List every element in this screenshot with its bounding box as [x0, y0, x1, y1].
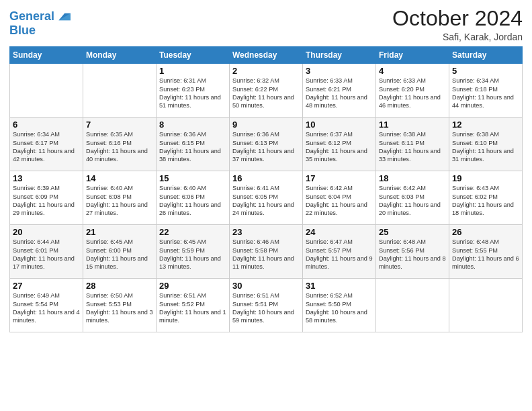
- weekday-header-monday: Monday: [83, 47, 157, 64]
- sunrise-text: Sunrise: 6:51 AM: [232, 291, 300, 300]
- day-number: 2: [232, 66, 300, 76]
- sunset-text: Sunset: 6:09 PM: [13, 193, 80, 201]
- sunrise-text: Sunrise: 6:44 AM: [13, 238, 80, 246]
- daylight-text: Daylight: 11 hours and 9 minutes.: [306, 255, 373, 271]
- calendar-cell: 7Sunrise: 6:35 AMSunset: 6:16 PMDaylight…: [83, 118, 157, 171]
- day-number: 26: [452, 227, 519, 237]
- daylight-text: Daylight: 11 hours and 20 minutes.: [379, 201, 446, 218]
- sunset-text: Sunset: 6:10 PM: [452, 139, 519, 147]
- calendar-cell: [83, 64, 157, 118]
- calendar-cell: 4Sunrise: 6:33 AMSunset: 6:20 PMDaylight…: [376, 64, 449, 118]
- sunset-text: Sunset: 6:16 PM: [86, 139, 153, 147]
- day-number: 6: [13, 120, 80, 130]
- cell-content: Sunrise: 6:46 AMSunset: 5:58 PMDaylight:…: [232, 238, 300, 271]
- day-number: 10: [306, 120, 373, 130]
- daylight-text: Daylight: 11 hours and 48 minutes.: [306, 93, 373, 110]
- sunrise-text: Sunrise: 6:49 AM: [13, 291, 80, 300]
- calendar-cell: 16Sunrise: 6:41 AMSunset: 6:05 PMDayligh…: [230, 171, 303, 225]
- sunrise-text: Sunrise: 6:34 AM: [452, 77, 519, 85]
- daylight-text: Daylight: 10 hours and 58 minutes.: [306, 308, 373, 325]
- sunrise-text: Sunrise: 6:52 AM: [306, 291, 373, 300]
- sunset-text: Sunset: 6:00 PM: [86, 246, 153, 255]
- cell-content: Sunrise: 6:48 AMSunset: 5:55 PMDaylight:…: [452, 238, 519, 271]
- day-number: 30: [232, 281, 300, 291]
- sunset-text: Sunset: 6:11 PM: [379, 139, 446, 147]
- sunset-text: Sunset: 6:18 PM: [452, 85, 519, 93]
- day-number: 13: [13, 173, 80, 183]
- weekday-header-tuesday: Tuesday: [157, 47, 230, 64]
- calendar-cell: 19Sunrise: 6:43 AMSunset: 6:02 PMDayligh…: [449, 171, 523, 225]
- sunrise-text: Sunrise: 6:40 AM: [86, 184, 153, 192]
- month-title: October 2024: [392, 7, 523, 30]
- sunrise-text: Sunrise: 6:38 AM: [379, 130, 446, 138]
- calendar-week-row: 6Sunrise: 6:34 AMSunset: 6:17 PMDaylight…: [10, 118, 523, 171]
- sunrise-text: Sunrise: 6:33 AM: [379, 77, 446, 85]
- daylight-text: Daylight: 11 hours and 11 minutes.: [232, 255, 300, 271]
- calendar-cell: 25Sunrise: 6:48 AMSunset: 5:56 PMDayligh…: [376, 225, 449, 279]
- sunrise-text: Sunrise: 6:31 AM: [159, 77, 226, 85]
- logo-line1: General: [9, 9, 54, 23]
- sunset-text: Sunset: 5:50 PM: [306, 300, 373, 308]
- day-number: 23: [232, 227, 300, 237]
- calendar-cell: 8Sunrise: 6:36 AMSunset: 6:15 PMDaylight…: [157, 118, 230, 171]
- day-number: 8: [159, 120, 226, 130]
- sunset-text: Sunset: 6:21 PM: [306, 85, 373, 93]
- sunrise-text: Sunrise: 6:48 AM: [379, 238, 446, 246]
- daylight-text: Daylight: 11 hours and 29 minutes.: [13, 201, 80, 218]
- sunset-text: Sunset: 6:20 PM: [379, 85, 446, 93]
- cell-content: Sunrise: 6:51 AMSunset: 5:52 PMDaylight:…: [159, 291, 226, 325]
- day-number: 9: [232, 120, 300, 130]
- day-number: 31: [306, 281, 373, 291]
- cell-content: Sunrise: 6:45 AMSunset: 5:59 PMDaylight:…: [159, 238, 226, 271]
- sunset-text: Sunset: 5:52 PM: [159, 300, 226, 308]
- daylight-text: Daylight: 11 hours and 33 minutes.: [379, 147, 446, 164]
- daylight-text: Daylight: 11 hours and 40 minutes.: [86, 147, 153, 164]
- sunset-text: Sunset: 6:23 PM: [159, 85, 226, 93]
- sunset-text: Sunset: 6:01 PM: [13, 246, 80, 255]
- page-container: General Blue October 2024 Safi, Karak, J…: [0, 0, 532, 338]
- calendar-cell: 12Sunrise: 6:38 AMSunset: 6:10 PMDayligh…: [449, 118, 523, 171]
- calendar-cell: 21Sunrise: 6:45 AMSunset: 6:00 PMDayligh…: [83, 225, 157, 279]
- cell-content: Sunrise: 6:52 AMSunset: 5:50 PMDaylight:…: [306, 291, 373, 325]
- weekday-header-saturday: Saturday: [449, 47, 523, 64]
- daylight-text: Daylight: 11 hours and 27 minutes.: [86, 201, 153, 218]
- day-number: 29: [159, 281, 226, 291]
- calendar-cell: 11Sunrise: 6:38 AMSunset: 6:11 PMDayligh…: [376, 118, 449, 171]
- calendar-week-row: 13Sunrise: 6:39 AMSunset: 6:09 PMDayligh…: [10, 171, 523, 225]
- day-number: 21: [86, 227, 153, 237]
- day-number: 22: [159, 227, 226, 237]
- calendar-cell: 5Sunrise: 6:34 AMSunset: 6:18 PMDaylight…: [449, 64, 523, 118]
- sunrise-text: Sunrise: 6:43 AM: [452, 184, 519, 192]
- calendar-cell: [449, 279, 523, 332]
- weekday-header-wednesday: Wednesday: [230, 47, 303, 64]
- daylight-text: Daylight: 11 hours and 17 minutes.: [13, 255, 80, 271]
- cell-content: Sunrise: 6:45 AMSunset: 6:00 PMDaylight:…: [86, 238, 153, 271]
- day-number: 28: [86, 281, 153, 291]
- cell-content: Sunrise: 6:47 AMSunset: 5:57 PMDaylight:…: [306, 238, 373, 271]
- sunrise-text: Sunrise: 6:37 AM: [306, 130, 373, 138]
- cell-content: Sunrise: 6:38 AMSunset: 6:11 PMDaylight:…: [379, 130, 446, 164]
- sunrise-text: Sunrise: 6:35 AM: [86, 130, 153, 138]
- logo-text: General: [9, 10, 54, 24]
- calendar-cell: 24Sunrise: 6:47 AMSunset: 5:57 PMDayligh…: [303, 225, 376, 279]
- weekday-header-sunday: Sunday: [10, 47, 83, 64]
- day-number: 15: [159, 173, 226, 183]
- daylight-text: Daylight: 11 hours and 42 minutes.: [13, 147, 80, 164]
- logo: General Blue: [9, 9, 71, 38]
- day-number: 24: [306, 227, 373, 237]
- cell-content: Sunrise: 6:51 AMSunset: 5:51 PMDaylight:…: [232, 291, 300, 325]
- calendar-cell: 1Sunrise: 6:31 AMSunset: 6:23 PMDaylight…: [157, 64, 230, 118]
- daylight-text: Daylight: 11 hours and 22 minutes.: [306, 201, 373, 218]
- calendar-cell: 22Sunrise: 6:45 AMSunset: 5:59 PMDayligh…: [157, 225, 230, 279]
- sunset-text: Sunset: 6:06 PM: [159, 193, 226, 201]
- sunset-text: Sunset: 6:13 PM: [232, 139, 300, 147]
- day-number: 4: [379, 66, 446, 76]
- calendar-cell: 31Sunrise: 6:52 AMSunset: 5:50 PMDayligh…: [303, 279, 376, 332]
- calendar-week-row: 20Sunrise: 6:44 AMSunset: 6:01 PMDayligh…: [10, 225, 523, 279]
- day-number: 27: [13, 281, 80, 291]
- cell-content: Sunrise: 6:49 AMSunset: 5:54 PMDaylight:…: [13, 291, 80, 325]
- sunset-text: Sunset: 6:22 PM: [232, 85, 300, 93]
- weekday-header-friday: Friday: [376, 47, 449, 64]
- calendar-cell: 15Sunrise: 6:40 AMSunset: 6:06 PMDayligh…: [157, 171, 230, 225]
- sunset-text: Sunset: 6:15 PM: [159, 139, 226, 147]
